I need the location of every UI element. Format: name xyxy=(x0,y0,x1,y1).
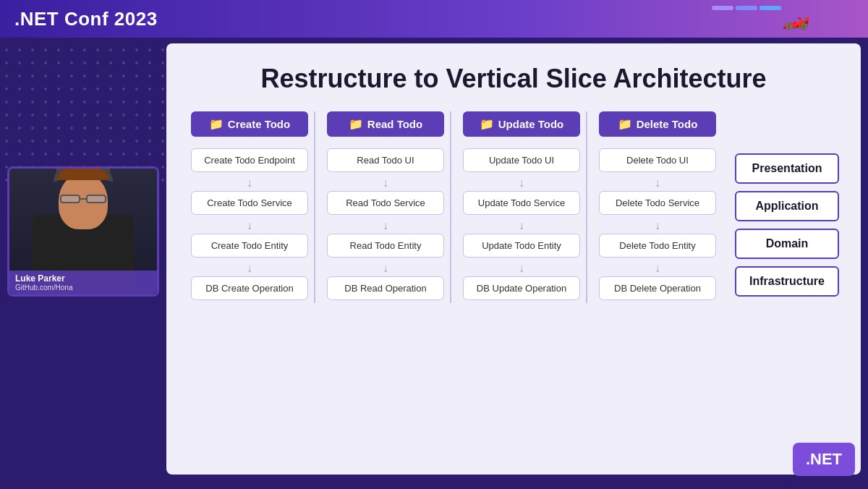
layer-box-delete-3: DB Delete Operation xyxy=(599,276,716,300)
layer-label-2: Domain xyxy=(735,229,839,259)
arrow-update-2: ↓ xyxy=(519,262,524,275)
folder-icon-create: 📁 xyxy=(209,117,224,131)
stripe-2 xyxy=(736,6,757,10)
slice-item-wrapper-update-3: DB Update Operation xyxy=(463,276,580,303)
presenter-github: GitHub.com/Hona xyxy=(15,284,151,292)
layer-box-read-0: Read Todo UI xyxy=(327,148,444,172)
slice-item-wrapper-create-0: Create Todo Endpoint↓ xyxy=(191,148,308,191)
layer-box-update-3: DB Update Operation xyxy=(463,276,580,300)
slice-item-wrapper-read-2: Read Todo Entity↓ xyxy=(327,234,444,276)
slice-item-wrapper-create-2: Create Todo Entity↓ xyxy=(191,234,308,276)
layer-box-update-0: Update Todo UI xyxy=(463,148,580,172)
layer-box-delete-0: Delete Todo UI xyxy=(599,148,716,172)
slice-item-wrapper-delete-3: DB Delete Operation xyxy=(599,276,716,303)
architecture-diagram: 📁Create TodoCreate Todo Endpoint↓Create … xyxy=(188,111,839,304)
slide-area: Restructure to Vertical Slice Architectu… xyxy=(166,43,861,475)
layer-box-create-3: DB Create Operation xyxy=(191,276,308,300)
column-header-update: 📁Update Todo xyxy=(463,111,580,137)
arrow-create-0: ↓ xyxy=(247,177,252,190)
column-header-read: 📁Read Todo xyxy=(327,111,444,137)
slice-item-wrapper-delete-1: Delete Todo Service↓ xyxy=(599,191,716,234)
arrow-read-0: ↓ xyxy=(383,177,388,190)
slice-item-wrapper-read-0: Read Todo UI↓ xyxy=(327,148,444,191)
person-headphones xyxy=(54,166,113,182)
stripes-decoration xyxy=(712,6,781,10)
slice-item-wrapper-read-1: Read Todo Service↓ xyxy=(327,191,444,234)
slice-item-wrapper-update-0: Update Todo UI↓ xyxy=(463,148,580,191)
webcam-label: Luke Parker GitHub.com/Hona xyxy=(9,271,157,294)
arrow-create-2: ↓ xyxy=(247,262,252,275)
arrow-update-1: ↓ xyxy=(519,219,524,232)
layer-box-create-2: Create Todo Entity xyxy=(191,234,308,258)
layer-box-read-2: Read Todo Entity xyxy=(327,234,444,258)
racecar-icon: 🏎️ xyxy=(781,3,810,30)
slice-item-wrapper-create-1: Create Todo Service↓ xyxy=(191,191,308,234)
folder-icon-read: 📁 xyxy=(349,117,363,131)
layer-box-create-1: Create Todo Service xyxy=(191,191,308,215)
layer-label-1: Application xyxy=(735,191,839,221)
stripe-3 xyxy=(760,6,781,10)
slide-title: Restructure to Vertical Slice Architectu… xyxy=(188,64,839,94)
folder-icon-delete: 📁 xyxy=(618,117,632,131)
layer-box-create-0: Create Todo Endpoint xyxy=(191,148,308,172)
conference-title: .NET Conf 2023 xyxy=(14,8,158,30)
slice-item-wrapper-create-3: DB Create Operation xyxy=(191,276,308,303)
slice-item-wrapper-delete-2: Delete Todo Entity↓ xyxy=(599,234,716,276)
column-header-label-update: Update Todo xyxy=(498,118,564,130)
webcam-overlay: Luke Parker GitHub.com/Hona xyxy=(7,166,159,297)
column-header-label-delete: Delete Todo xyxy=(637,118,698,130)
layer-box-read-3: DB Read Operation xyxy=(327,276,444,300)
header-bar: .NET Conf 2023 🏎️ xyxy=(0,0,868,38)
slice-column-create: 📁Create TodoCreate Todo Endpoint↓Create … xyxy=(188,111,315,303)
column-header-create: 📁Create Todo xyxy=(191,111,308,137)
arrow-delete-1: ↓ xyxy=(655,219,660,232)
layer-box-delete-1: Delete Todo Service xyxy=(599,191,716,215)
column-header-label-read: Read Todo xyxy=(367,118,422,130)
arrow-delete-0: ↓ xyxy=(655,177,660,190)
layer-box-update-1: Update Todo Service xyxy=(463,191,580,215)
slice-column-read: 📁Read TodoRead Todo UI↓Read Todo Service… xyxy=(324,111,451,303)
layer-label-3: Infrastructure xyxy=(735,266,839,297)
slice-item-wrapper-update-2: Update Todo Entity↓ xyxy=(463,234,580,276)
slice-column-update: 📁Update TodoUpdate Todo UI↓Update Todo S… xyxy=(460,111,587,303)
vertical-slices-container: 📁Create TodoCreate Todo Endpoint↓Create … xyxy=(188,111,722,303)
arrow-update-0: ↓ xyxy=(519,177,524,190)
slice-column-delete: 📁Delete TodoDelete Todo UI↓Delete Todo S… xyxy=(596,111,722,303)
arrow-delete-2: ↓ xyxy=(655,262,660,275)
dotnet-badge: .NET xyxy=(793,443,855,476)
column-header-delete: 📁Delete Todo xyxy=(599,111,716,137)
column-header-label-create: Create Todo xyxy=(228,118,290,130)
slice-item-wrapper-update-1: Update Todo Service↓ xyxy=(463,191,580,234)
presenter-name: Luke Parker xyxy=(15,273,151,284)
slice-item-wrapper-read-3: DB Read Operation xyxy=(327,276,444,303)
layer-box-read-1: Read Todo Service xyxy=(327,191,444,215)
arrow-create-1: ↓ xyxy=(247,219,252,232)
layer-box-delete-2: Delete Todo Entity xyxy=(599,234,716,258)
folder-icon-update: 📁 xyxy=(480,117,494,131)
layer-labels-container: PresentationApplicationDomainInfrastruct… xyxy=(735,111,839,304)
arrow-read-1: ↓ xyxy=(383,219,388,232)
layer-box-update-2: Update Todo Entity xyxy=(463,234,580,258)
layer-label-0: Presentation xyxy=(735,153,839,184)
arrow-read-2: ↓ xyxy=(383,262,388,275)
slice-item-wrapper-delete-0: Delete Todo UI↓ xyxy=(599,148,716,191)
stripe-1 xyxy=(712,6,733,10)
person-glasses xyxy=(60,195,106,203)
